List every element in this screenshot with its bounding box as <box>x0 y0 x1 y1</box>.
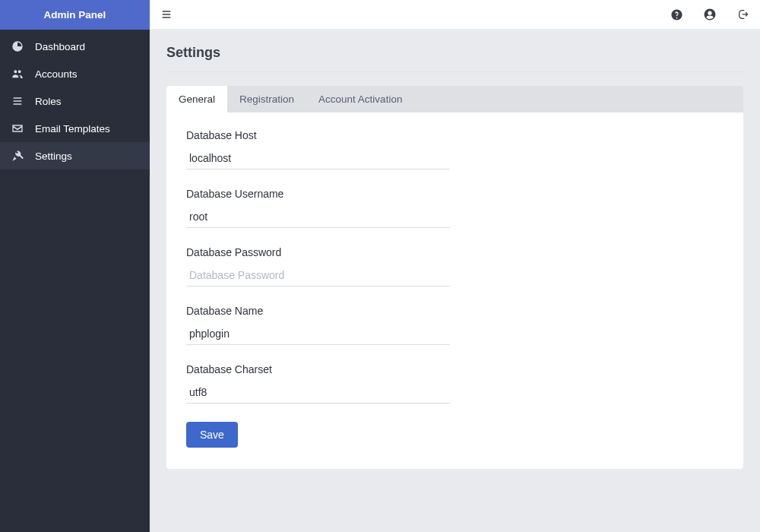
sidebar-item-label: Roles <box>35 96 62 107</box>
help-button[interactable] <box>669 7 684 22</box>
sidebar-item-settings[interactable]: Settings <box>0 142 150 169</box>
save-button[interactable]: Save <box>186 422 238 448</box>
account-button[interactable] <box>702 7 717 22</box>
menu-toggle-button[interactable] <box>159 7 174 22</box>
sidebar: Admin Panel Dashboard Accounts Roles <box>0 0 150 532</box>
input-db-user[interactable] <box>186 206 450 228</box>
input-db-pass[interactable] <box>186 264 450 287</box>
page-title: Settings <box>166 45 743 72</box>
input-db-name[interactable] <box>186 323 450 345</box>
envelope-icon <box>11 122 24 135</box>
sidebar-nav: Dashboard Accounts Roles Email Templates <box>0 30 150 169</box>
settings-tabs: General Registration Account Activation <box>166 86 743 112</box>
tools-icon <box>11 150 24 162</box>
field-db-charset: Database Charset <box>186 363 450 404</box>
sidebar-item-label: Settings <box>35 150 72 162</box>
users-icon <box>11 68 24 80</box>
dashboard-icon <box>11 40 24 52</box>
topbar <box>150 0 760 30</box>
main: Settings General Registration Account Ac… <box>150 0 760 532</box>
sidebar-item-label: Email Templates <box>35 123 110 135</box>
sidebar-item-roles[interactable]: Roles <box>0 87 150 115</box>
tab-general[interactable]: General <box>166 86 227 112</box>
label-db-user: Database Username <box>186 188 450 200</box>
input-db-charset[interactable] <box>186 382 450 404</box>
tab-account-activation[interactable]: Account Activation <box>306 86 414 112</box>
label-db-host: Database Host <box>186 129 450 141</box>
tab-registration[interactable]: Registration <box>227 86 306 112</box>
sidebar-item-label: Dashboard <box>35 41 85 52</box>
label-db-pass: Database Password <box>186 246 450 258</box>
content: Settings General Registration Account Ac… <box>150 30 760 487</box>
sidebar-item-email-templates[interactable]: Email Templates <box>0 115 150 142</box>
field-db-host: Database Host <box>186 129 450 169</box>
field-db-name: Database Name <box>186 305 450 345</box>
settings-panel: Database Host Database Username Database… <box>166 112 743 469</box>
sidebar-item-label: Accounts <box>35 68 78 80</box>
sidebar-item-dashboard[interactable]: Dashboard <box>0 33 150 60</box>
field-db-user: Database Username <box>186 188 450 228</box>
list-icon <box>11 95 24 107</box>
brand-title: Admin Panel <box>0 0 150 30</box>
label-db-charset: Database Charset <box>186 363 450 375</box>
input-db-host[interactable] <box>186 147 450 169</box>
logout-button[interactable] <box>736 7 751 22</box>
label-db-name: Database Name <box>186 305 450 317</box>
sidebar-item-accounts[interactable]: Accounts <box>0 60 150 87</box>
field-db-pass: Database Password <box>186 246 450 287</box>
